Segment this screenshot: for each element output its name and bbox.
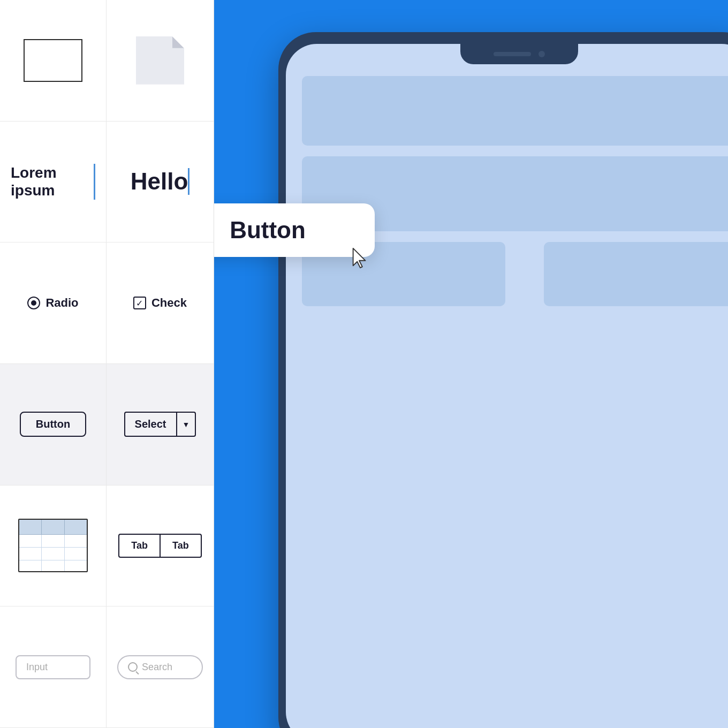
phone-screen [286, 44, 728, 728]
checkbox-box[interactable]: ✓ [133, 297, 146, 309]
select-arrow-icon[interactable]: ▼ [176, 413, 195, 436]
table-cell-3-2 [42, 560, 64, 572]
radio-button[interactable] [27, 297, 40, 309]
table-cell-2-2 [42, 548, 64, 560]
table-header-col2 [42, 520, 64, 534]
table-widget [18, 519, 88, 572]
left-panel: Lorem ipsum Hello Radio ✓ Check Button S… [0, 0, 214, 728]
select-label: Select [125, 413, 176, 436]
select-control[interactable]: Select ▼ [124, 412, 196, 437]
table-cell-1-3 [65, 535, 87, 547]
input-placeholder: Input [26, 662, 48, 672]
right-panel: Button [214, 0, 728, 728]
table-cell-3-3 [65, 560, 87, 572]
button-cell[interactable]: Button [0, 364, 107, 486]
outline-button[interactable]: Button [20, 412, 86, 437]
hello-text: Hello [131, 168, 190, 195]
note-shape [136, 36, 184, 85]
search-field[interactable]: Search [117, 655, 203, 679]
radio-label: Radio [46, 296, 78, 310]
phone-mockup [278, 32, 728, 728]
table-cell-2-1 [19, 548, 42, 560]
checkbox-control[interactable]: ✓ Check [133, 296, 187, 310]
lorem-cell: Lorem ipsum [0, 122, 107, 243]
screen-block-top [302, 76, 728, 146]
table-cell-1-1 [19, 535, 42, 547]
input-field[interactable]: Input [16, 655, 90, 679]
search-placeholder: Search [142, 662, 172, 673]
tab-1[interactable]: Tab [119, 535, 161, 557]
big-button-label: Button [230, 217, 306, 244]
table-row-2 [19, 548, 87, 560]
tabs-widget[interactable]: Tab Tab [118, 534, 201, 558]
hello-cell: Hello [107, 122, 214, 243]
check-cell[interactable]: ✓ Check [107, 242, 214, 364]
notch-camera [539, 51, 545, 57]
rectangle-cell [0, 0, 107, 122]
table-row-1 [19, 535, 87, 548]
table-header-col3 [65, 520, 87, 534]
rectangle-shape [24, 39, 82, 82]
table-cell-2-3 [65, 548, 87, 560]
table-row-3 [19, 560, 87, 572]
radio-control[interactable]: Radio [27, 296, 78, 310]
cursor-icon [351, 247, 370, 270]
table-header [19, 520, 87, 535]
table-cell-3-1 [19, 560, 42, 572]
input-cell[interactable]: Input [0, 606, 107, 728]
notch-speaker [494, 52, 531, 56]
lorem-text: Lorem ipsum [11, 164, 95, 200]
note-cell [107, 0, 214, 122]
phone-notch [460, 44, 578, 64]
table-cell [0, 486, 107, 607]
search-cell[interactable]: Search [107, 606, 214, 728]
check-label: Check [151, 296, 187, 310]
table-header-col1 [19, 520, 42, 534]
radio-cell[interactable]: Radio [0, 242, 107, 364]
radio-dot [31, 300, 36, 306]
screen-block-bottom-right [544, 242, 728, 306]
table-cell-1-2 [42, 535, 64, 547]
search-icon [128, 662, 138, 672]
tabs-cell[interactable]: Tab Tab [107, 486, 214, 607]
select-cell[interactable]: Select ▼ [107, 364, 214, 486]
tab-2[interactable]: Tab [161, 535, 201, 557]
